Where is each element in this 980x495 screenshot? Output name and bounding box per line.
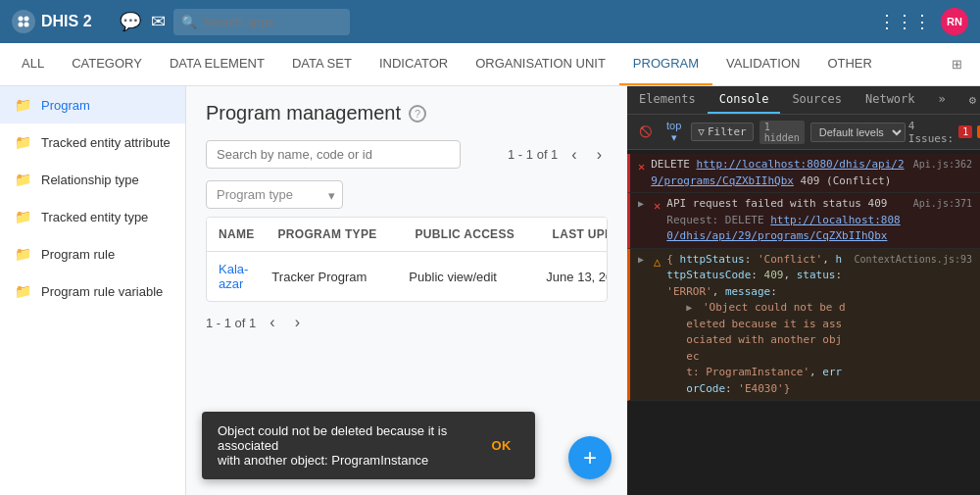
pagination-prev-bottom[interactable]: ‹ <box>264 312 280 333</box>
toast-message: Object could not be deleted because it i… <box>218 423 468 468</box>
devtools-tab-network[interactable]: Network <box>854 86 927 114</box>
devtools-issues-badge: Default levels 4 Issues: 1 2 3 <box>810 120 980 145</box>
expand-icon-3[interactable]: ▶ <box>638 252 644 267</box>
col-name: Name <box>207 218 267 251</box>
expand-icon-inner[interactable]: ▶ <box>686 302 692 313</box>
pagination-next-top[interactable]: › <box>591 144 608 166</box>
warn-icon-3: △ <box>654 253 661 271</box>
log-entry-1: ✕ DELETE http://localhost:8080/dhis/api/… <box>627 154 980 193</box>
sidebar-item-label-3: Relationship type <box>41 173 139 187</box>
expand-icon-2[interactable]: ▶ <box>638 196 644 211</box>
log-obj-line2: ▶ 'Object could not be deleted because i… <box>666 300 848 365</box>
folder-icon: 📁 <box>14 96 31 114</box>
devtools-tab-more[interactable]: » <box>927 86 957 114</box>
devtools-prohibit-icon[interactable]: 🚫 <box>635 124 657 140</box>
log-obj-line3: t: ProgramInstance', errorCode: 'E4030'} <box>666 365 848 397</box>
nav-data-set[interactable]: DATA SET <box>278 43 366 85</box>
pagination-next-bottom[interactable]: › <box>289 312 306 333</box>
content-area: Program management ? 1 - 1 of 1 ‹ › Prog… <box>186 86 627 495</box>
col-public-access: Public access <box>404 218 541 251</box>
folder-icon-3: 📁 <box>14 171 31 188</box>
filter-label: Filter <box>708 125 747 138</box>
help-icon[interactable]: ? <box>409 105 426 123</box>
nav-org-unit[interactable]: ORGANISATION UNIT <box>462 43 619 85</box>
svg-point-1 <box>24 17 29 22</box>
toast-ok-button[interactable]: OK <box>484 434 520 457</box>
devtools-level-select[interactable]: Default levels <box>810 123 906 142</box>
nav-program[interactable]: PROGRAM <box>619 43 712 85</box>
data-table: Name Program type Public access Last upd… <box>206 217 608 302</box>
sidebar-item-program-rule[interactable]: 📁 Program rule <box>0 235 185 272</box>
program-type-select[interactable]: Program type Tracker Program Event Progr… <box>206 180 343 209</box>
nav-other[interactable]: OTHER <box>813 43 886 85</box>
svg-point-0 <box>19 17 24 22</box>
folder-icon-5: 📁 <box>14 245 31 263</box>
cell-public-access: Public view/edit <box>397 260 534 294</box>
nav-data-element[interactable]: DATA ELEMENT <box>156 43 278 85</box>
devtools-filter-toggle[interactable]: ▽ Filter <box>691 123 753 141</box>
message-icon[interactable]: 💬 <box>120 11 141 32</box>
devtools-content[interactable]: ✕ DELETE http://localhost:8080/dhis/api/… <box>627 150 980 495</box>
pagination-prev-top[interactable]: ‹ <box>565 144 582 166</box>
svg-point-3 <box>24 23 29 27</box>
cell-name[interactable]: Kala-azar <box>207 252 260 301</box>
search-wrapper: 🔍 <box>173 9 350 35</box>
log-source-1: Api.js:362 <box>913 157 972 172</box>
nav-category[interactable]: CATEGORY <box>58 43 156 85</box>
issues-label: 4 Issues: <box>908 120 954 145</box>
search-input-main[interactable] <box>206 140 461 169</box>
nav-icons: 💬 ✉ <box>120 11 166 32</box>
sidebar-item-program[interactable]: 📁 Program <box>0 86 185 124</box>
sidebar-item-tracked-entity-type[interactable]: 📁 Tracked entity type <box>0 198 185 235</box>
log-detail-text-2: Request: DELETE http://localhost:8080/dh… <box>666 213 907 245</box>
plus-icon: + <box>583 444 597 471</box>
devtools-tab-sources[interactable]: Sources <box>780 86 854 114</box>
mail-icon[interactable]: ✉ <box>151 11 166 32</box>
log-detail-url-2[interactable]: http://localhost:8080/dhis/api/29/progra… <box>666 214 900 243</box>
devtools-right-controls: ⚙ ✕ <box>957 86 980 114</box>
log-entry-2: ▶ ✕ API request failed with status 409 R… <box>627 193 980 249</box>
filter-row: Program type Tracker Program Event Progr… <box>206 180 608 209</box>
log-obj-line1: { httpStatus: 'Conflict', httpStatusCode… <box>666 252 848 301</box>
nav-all[interactable]: ALL <box>8 43 58 85</box>
sidebar-item-relationship-type[interactable]: 📁 Relationship type <box>0 161 185 198</box>
app-title: DHIS 2 <box>41 13 92 30</box>
sidebar-item-label-6: Program rule variable <box>41 284 163 299</box>
search-icon: 🔍 <box>181 15 197 29</box>
devtools-tab-elements[interactable]: Elements <box>627 86 708 114</box>
sidebar-item-program-rule-variable[interactable]: 📁 Program rule variable <box>0 272 185 310</box>
devtools-top-btn[interactable]: top ▾ <box>662 118 685 146</box>
devtools-settings-icon[interactable]: ⚙ <box>965 91 980 109</box>
devtools-sub-toolbar: 🚫 top ▾ ▽ Filter 1 hidden Default levels… <box>627 115 980 150</box>
pagination-info-bottom: 1 - 1 of 1 <box>206 316 256 330</box>
app-logo[interactable]: DHIS 2 <box>12 10 92 33</box>
log-source-3: ContextActions.js:93 <box>855 252 972 267</box>
grid-icon[interactable]: ⋮⋮⋮ <box>878 11 931 32</box>
toast-notification: Object could not be deleted because it i… <box>202 412 535 479</box>
log-entry-3: ▶ △ { httpStatus: 'Conflict', httpStatus… <box>627 249 980 402</box>
log-source-2: Api.js:371 <box>913 196 972 211</box>
crop-icon[interactable]: ⊞ <box>942 43 972 85</box>
add-program-fab[interactable]: + <box>568 436 612 479</box>
search-filter-row: 1 - 1 of 1 ‹ › <box>206 140 608 169</box>
avatar[interactable]: RN <box>941 8 968 35</box>
sidebar-item-tracked-entity-attribute[interactable]: 📁 Tracked entity attribute <box>0 124 185 161</box>
logo-icon <box>12 10 35 33</box>
page-title-row: Program management ? <box>206 102 608 124</box>
sidebar-item-label: Program <box>41 98 90 113</box>
devtools-hidden-badge: 1 hidden <box>760 121 805 144</box>
sidebar-item-label-2: Tracked entity attribute <box>41 135 171 150</box>
search-input[interactable] <box>173 9 350 35</box>
error-icon-2: ✕ <box>654 197 661 215</box>
secondary-nav: ALL CATEGORY DATA ELEMENT DATA SET INDIC… <box>0 43 980 86</box>
nav-validation[interactable]: VALIDATION <box>712 43 813 85</box>
col-program-type: Program type <box>267 218 404 251</box>
log-main-text-2: API request failed with status 409 <box>666 196 907 213</box>
log-status-1: 409 (Conflict) <box>801 174 892 187</box>
folder-icon-6: 📁 <box>14 282 31 300</box>
devtools-tab-console[interactable]: Console <box>708 86 781 114</box>
folder-icon-2: 📁 <box>14 133 31 151</box>
nav-indicator[interactable]: INDICATOR <box>366 43 462 85</box>
page-title: Program management <box>206 102 401 124</box>
cell-last-updated: June 13, 2024 <box>534 260 608 294</box>
